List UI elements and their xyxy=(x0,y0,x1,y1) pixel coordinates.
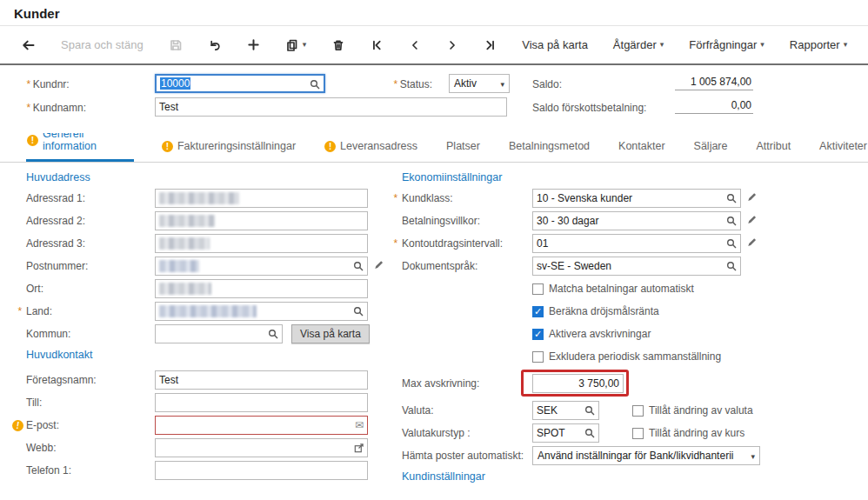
first-record-button[interactable] xyxy=(369,37,385,54)
chevron-down-icon: ▾ xyxy=(844,41,848,49)
edit-pencil-icon[interactable] xyxy=(373,259,384,273)
max-avskrivning-value: 3 750,00 xyxy=(578,377,619,390)
save-button[interactable] xyxy=(167,37,184,54)
dokumentsprak-input[interactable]: sv-SE - Sweden xyxy=(532,257,741,276)
tab-label: Kontakter xyxy=(618,140,665,152)
page-title: Kunder xyxy=(14,6,60,21)
adressrad2-input[interactable] xyxy=(155,211,368,230)
search-icon[interactable] xyxy=(353,306,364,320)
search-icon[interactable] xyxy=(726,238,738,252)
tab-label: Faktureringsinställningar xyxy=(177,140,296,152)
hamta-poster-select[interactable]: Använd inställningar för Bank/likvidhant… xyxy=(532,446,760,465)
forfragningar-menu-button[interactable]: Förfrågningar ▾ xyxy=(687,37,766,53)
redacted-value xyxy=(159,237,210,250)
search-icon[interactable] xyxy=(268,329,279,343)
redacted-value xyxy=(159,305,257,317)
visa-pa-karta-toolbar-button[interactable]: Visa på karta xyxy=(520,37,590,53)
status-select[interactable]: Aktiv ▾ xyxy=(449,74,510,93)
section-huvudadress[interactable]: Huvudadress xyxy=(26,168,386,187)
search-icon[interactable] xyxy=(726,216,738,230)
rapporter-label: Rapporter xyxy=(790,38,840,51)
postnummer-label: Postnummer: xyxy=(26,260,155,272)
checkbox-matcha-betalningar[interactable] xyxy=(532,283,544,295)
ort-input[interactable] xyxy=(155,279,368,298)
webb-input[interactable] xyxy=(155,438,368,457)
adressrad1-input[interactable] xyxy=(155,189,368,208)
window-title-bar: Kunder xyxy=(0,0,868,26)
search-icon[interactable] xyxy=(584,428,596,442)
edit-pencil-icon[interactable] xyxy=(746,237,758,250)
next-record-button[interactable] xyxy=(444,37,460,54)
tab-content: Huvudadress Adressrad 1: Adressrad 2: Ad… xyxy=(0,163,868,497)
kontoutdragsintervall-input[interactable]: 01 xyxy=(532,234,741,253)
ort-label: Ort: xyxy=(26,283,155,295)
kommun-input[interactable] xyxy=(155,324,283,343)
search-icon[interactable] xyxy=(726,193,738,207)
redacted-value xyxy=(159,215,215,227)
tab-faktureringsinstallningar[interactable]: Faktureringsinställningar xyxy=(161,135,297,162)
section-ekonomiinstallningar[interactable]: Ekonomiinställningar xyxy=(402,168,865,187)
max-avskrivning-input[interactable]: 3 750,00 xyxy=(532,374,624,393)
kundnamn-label: *Kundnamn: xyxy=(26,102,86,114)
checkbox-tillat-andring-kurs[interactable] xyxy=(632,428,644,439)
kommun-label: Kommun: xyxy=(26,328,155,340)
chevron-down-icon: ▾ xyxy=(303,41,307,49)
checkbox-tillat-andring-valuta[interactable] xyxy=(632,405,644,417)
postnummer-input[interactable] xyxy=(155,257,368,276)
visa-pa-karta-button[interactable]: Visa på karta xyxy=(291,324,370,343)
search-icon[interactable] xyxy=(584,405,596,419)
tab-label: Aktiviteter xyxy=(819,140,867,152)
epost-input[interactable]: ✉ xyxy=(155,416,368,435)
checkbox-label: Matcha betalningar automatiskt xyxy=(549,283,694,295)
edit-pencil-icon[interactable] xyxy=(746,214,758,228)
kundnamn-input[interactable]: Test xyxy=(155,97,507,117)
rapporter-menu-button[interactable]: Rapporter ▾ xyxy=(788,37,849,53)
last-record-button[interactable] xyxy=(482,37,498,54)
last-record-icon xyxy=(484,38,497,52)
checkbox-exkludera-periodisk[interactable] xyxy=(532,351,544,363)
search-icon[interactable] xyxy=(726,261,738,275)
kundklass-label: *Kundklass: xyxy=(402,192,532,204)
tab-attribut[interactable]: Attribut xyxy=(756,135,792,162)
kontoutdragsintervall-label: *Kontoutdragsintervall: xyxy=(402,237,532,250)
save-and-close-button[interactable]: Spara och stäng xyxy=(59,37,145,53)
delete-button[interactable] xyxy=(330,37,347,54)
checkbox-aktivera-avskrivningar[interactable] xyxy=(532,329,544,340)
edit-pencil-icon[interactable] xyxy=(746,191,758,205)
atgarder-menu-button[interactable]: Åtgärder ▾ xyxy=(611,37,665,53)
tab-platser[interactable]: Platser xyxy=(445,135,481,162)
tab-betalningsmetod[interactable]: Betalningsmetod xyxy=(508,135,591,162)
land-input[interactable] xyxy=(155,302,368,321)
section-kundinstallningar[interactable]: Kundinställningar xyxy=(402,467,865,486)
envelope-icon[interactable]: ✉ xyxy=(355,419,364,431)
betalningsvillkor-input[interactable]: 30 - 30 dagar xyxy=(532,211,741,230)
status-value: Aktiv xyxy=(454,77,477,90)
foretagsnamn-input[interactable]: Test xyxy=(155,370,368,390)
atgarder-label: Åtgärder xyxy=(613,38,657,51)
kundnr-input[interactable]: 10000 xyxy=(155,74,325,93)
search-icon[interactable] xyxy=(353,261,364,275)
add-button[interactable] xyxy=(245,37,262,53)
prev-record-button[interactable] xyxy=(407,37,423,54)
tab-aktiviteter[interactable]: Aktiviteter xyxy=(818,135,868,162)
back-button[interactable] xyxy=(19,37,37,54)
till-input[interactable] xyxy=(155,393,368,412)
undo-button[interactable] xyxy=(206,37,224,54)
chevron-down-icon: ▾ xyxy=(760,41,765,49)
adressrad3-input[interactable] xyxy=(155,234,368,253)
copy-paste-button[interactable]: ▾ xyxy=(284,37,309,54)
tab-saljare[interactable]: Säljare xyxy=(693,135,729,162)
kundklass-input[interactable]: 10 - Svenska kunder xyxy=(532,189,741,208)
open-link-icon[interactable] xyxy=(353,443,364,457)
warning-icon xyxy=(12,420,23,431)
checkbox-label: Tillåt ändring av kurs xyxy=(649,427,744,439)
search-icon[interactable] xyxy=(310,79,321,93)
tab-kontakter[interactable]: Kontakter xyxy=(618,135,666,162)
valutakurstyp-input[interactable]: SPOT xyxy=(532,423,599,443)
telefon1-input[interactable] xyxy=(155,461,368,480)
valuta-input[interactable]: SEK xyxy=(532,401,599,420)
section-huvudkontakt[interactable]: Huvudkontakt xyxy=(26,345,386,364)
tab-leveransadress[interactable]: Leveransadress xyxy=(324,135,418,162)
warning-icon xyxy=(324,141,336,152)
checkbox-berakna-drojsmalsranta[interactable] xyxy=(532,306,544,317)
